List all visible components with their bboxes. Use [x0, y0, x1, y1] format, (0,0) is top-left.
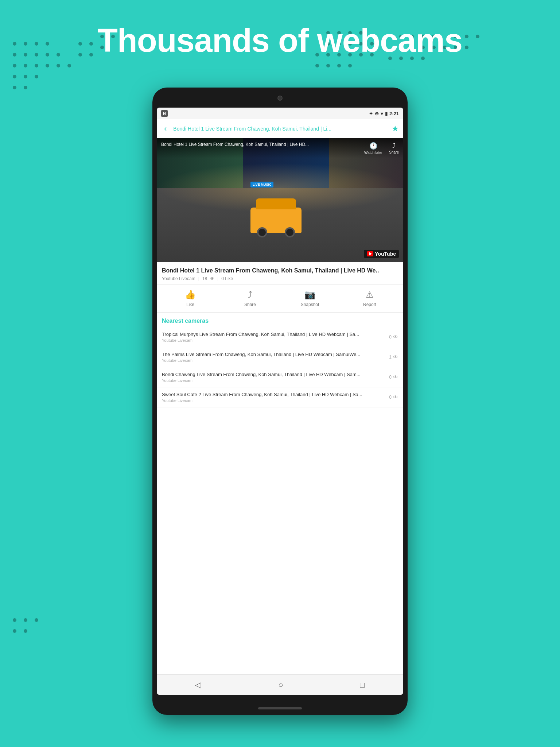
tablet-home-bar [258, 707, 302, 709]
svg-point-42 [315, 64, 319, 67]
tablet-device: N ✦ ⊖ ▾ ▮ 2:21 ‹ Bondi Hotel 1 Live Stre… [152, 88, 408, 715]
nearest-cameras-section: Nearest cameras Tropical Murphys Live St… [157, 313, 403, 674]
watch-later-button[interactable]: 🕐 Watch later [364, 142, 382, 155]
navigation-bar: ‹ Bondi Hotel 1 Live Stream From Chaweng… [157, 119, 403, 138]
watch-later-icon: 🕐 [369, 142, 377, 150]
views-eye-icon: 👁 [210, 276, 214, 281]
svg-point-11 [35, 64, 38, 67]
snapshot-button[interactable]: 📷 Snapshot [297, 290, 323, 307]
meta-sep-2: | [217, 276, 218, 281]
svg-point-76 [35, 618, 38, 622]
svg-point-9 [13, 64, 16, 67]
report-icon: ⚠ [366, 290, 374, 300]
svg-point-17 [35, 75, 38, 78]
svg-point-77 [13, 629, 16, 633]
device-screen: N ✦ ⊖ ▾ ▮ 2:21 ‹ Bondi Hotel 1 Live Stre… [157, 108, 403, 695]
svg-point-19 [24, 86, 27, 89]
video-info-section: Bondi Hotel 1 Live Stream From Chaweng, … [157, 262, 403, 285]
camera-item-text: The Palms Live Stream From Chaweng, Koh … [162, 352, 385, 363]
eye-icon: 👁 [393, 354, 398, 360]
share-icon: ⤴ [392, 142, 396, 150]
report-button[interactable]: ⚠ Report [357, 290, 382, 307]
snapshot-label: Snapshot [301, 302, 319, 307]
share-action-button[interactable]: ⤴ Share [237, 290, 263, 307]
svg-point-44 [337, 64, 341, 67]
video-info-title: Bondi Hotel 1 Live Stream From Chaweng, … [162, 267, 398, 274]
camera-item-text: Sweet Soul Cafe 2 Live Stream From Chawe… [162, 392, 385, 403]
camera-item-title: Tropical Murphys Live Stream From Chawen… [162, 332, 385, 337]
watch-later-label: Watch later [364, 151, 382, 155]
camera-view-count: 0 [389, 375, 392, 380]
camera-item-views: 0 👁 [389, 394, 398, 400]
meta-sep-1: | [198, 276, 199, 281]
list-item[interactable]: Sweet Soul Cafe 2 Live Stream From Chawe… [157, 387, 403, 407]
camera-item-title: Sweet Soul Cafe 2 Live Stream From Chawe… [162, 392, 385, 397]
svg-point-75 [24, 618, 27, 622]
svg-point-74 [13, 618, 16, 622]
list-item[interactable]: Tropical Murphys Live Stream From Chawen… [157, 327, 403, 347]
home-nav-button[interactable]: ○ [271, 677, 290, 693]
page-title: Bondi Hotel 1 Live Stream From Chaweng, … [173, 126, 388, 132]
app-notification-icon: N [161, 110, 168, 117]
video-top-controls: 🕐 Watch later ⤴ Share [364, 142, 399, 155]
page-headline: Thousands of webcams [0, 22, 560, 59]
like-icon: 👍 [185, 290, 196, 300]
youtube-text: YouTube [375, 251, 396, 257]
report-label: Report [363, 302, 376, 307]
list-item[interactable]: The Palms Live Stream From Chaweng, Koh … [157, 347, 403, 367]
svg-point-45 [348, 64, 352, 67]
camera-item-title: Bondi Chaweng Live Stream From Chaweng, … [162, 372, 385, 377]
camera-item-views: 0 👁 [389, 334, 398, 340]
eye-icon: 👁 [393, 374, 398, 380]
scene-neon-sign: LIVE MUSIC [250, 182, 274, 187]
svg-point-10 [24, 64, 27, 67]
status-bar-left: N [161, 110, 168, 117]
camera-item-views: 0 👁 [389, 374, 398, 380]
svg-point-43 [326, 64, 330, 67]
battery-icon: ▮ [385, 111, 388, 116]
camera-view-count: 1 [389, 355, 392, 360]
share-button[interactable]: ⤴ Share [389, 142, 399, 155]
video-player[interactable]: LIVE MUSIC Bondi Hotel 1 Live Stream Fro… [157, 138, 403, 262]
nearest-cameras-header: Nearest cameras [157, 313, 403, 327]
share-label: Share [389, 150, 399, 154]
svg-point-13 [57, 64, 60, 67]
like-label: Like [186, 302, 194, 307]
share-action-label: Share [244, 302, 256, 307]
svg-point-16 [24, 75, 27, 78]
scene-taxi [250, 208, 302, 233]
video-overlay-title: Bondi Hotel 1 Live Stream From Chaweng, … [161, 142, 361, 147]
tablet-camera [277, 96, 283, 101]
back-nav-button[interactable]: ◁ [188, 677, 209, 693]
like-button[interactable]: 👍 Like [178, 290, 203, 307]
camera-item-source: Youtube Livecam [162, 338, 385, 342]
camera-item-source: Youtube Livecam [162, 398, 385, 403]
taxi-wheel-right [285, 227, 295, 237]
share-action-icon: ⤴ [248, 290, 252, 300]
camera-view-count: 0 [389, 334, 392, 340]
eye-icon: 👁 [393, 334, 398, 340]
recents-nav-button[interactable]: □ [353, 677, 372, 693]
youtube-logo: YouTube [364, 250, 399, 258]
camera-item-source: Youtube Livecam [162, 358, 385, 363]
taxi-wheel-left [257, 227, 267, 237]
video-source: Youtube Livecam [162, 276, 195, 281]
back-button[interactable]: ‹ [161, 123, 170, 135]
camera-item-views: 1 👁 [389, 354, 398, 360]
snapshot-icon: 📷 [304, 290, 315, 300]
favorite-button[interactable]: ★ [392, 124, 399, 133]
action-buttons-row: 👍 Like ⤴ Share 📷 Snapshot ⚠ Report [157, 285, 403, 313]
svg-point-12 [46, 64, 49, 67]
svg-point-18 [13, 86, 16, 89]
list-item[interactable]: Bondi Chaweng Live Stream From Chaweng, … [157, 367, 403, 387]
svg-point-14 [67, 64, 71, 67]
wifi-icon: ▾ [381, 111, 383, 116]
camera-item-title: The Palms Live Stream From Chaweng, Koh … [162, 352, 385, 357]
status-bar: N ✦ ⊖ ▾ ▮ 2:21 [157, 108, 403, 119]
video-meta: Youtube Livecam | 18 👁 | 0 Like [162, 276, 398, 281]
youtube-play-icon [367, 251, 373, 256]
svg-point-15 [13, 75, 16, 78]
camera-item-text: Bondi Chaweng Live Stream From Chaweng, … [162, 372, 385, 383]
status-bar-right: ✦ ⊖ ▾ ▮ 2:21 [369, 111, 399, 116]
camera-view-count: 0 [389, 395, 392, 400]
